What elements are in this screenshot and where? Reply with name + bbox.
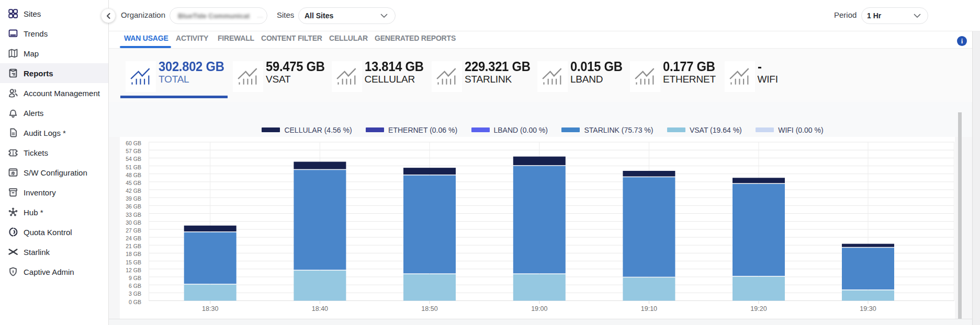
- svg-text:30 GB: 30 GB: [126, 219, 141, 226]
- svg-text:24 GB: 24 GB: [126, 235, 141, 241]
- svg-text:9 GB: 9 GB: [129, 275, 141, 281]
- svg-text:27 GB: 27 GB: [126, 227, 141, 234]
- svg-text:45 GB: 45 GB: [126, 180, 141, 186]
- svg-text:3 GB: 3 GB: [129, 291, 141, 297]
- svg-text:19:10: 19:10: [641, 305, 657, 312]
- svg-text:18:30: 18:30: [202, 305, 218, 312]
- svg-text:19:30: 19:30: [860, 305, 876, 312]
- svg-text:57 GB: 57 GB: [126, 148, 141, 154]
- svg-text:42 GB: 42 GB: [126, 188, 141, 194]
- svg-text:0 GB: 0 GB: [129, 299, 141, 305]
- svg-text:19:20: 19:20: [750, 305, 767, 312]
- svg-text:12 GB: 12 GB: [126, 267, 141, 273]
- svg-text:18 GB: 18 GB: [126, 251, 141, 257]
- svg-text:51 GB: 51 GB: [126, 164, 141, 170]
- svg-text:21 GB: 21 GB: [126, 243, 141, 249]
- svg-text:60 GB: 60 GB: [126, 140, 141, 146]
- svg-text:6 GB: 6 GB: [129, 283, 141, 289]
- svg-text:15 GB: 15 GB: [126, 259, 141, 265]
- svg-text:54 GB: 54 GB: [126, 156, 141, 162]
- svg-text:36 GB: 36 GB: [126, 203, 141, 210]
- svg-text:19:00: 19:00: [531, 305, 547, 312]
- svg-text:18:50: 18:50: [421, 305, 437, 312]
- svg-text:18:40: 18:40: [312, 305, 328, 312]
- svg-text:33 GB: 33 GB: [126, 212, 141, 218]
- svg-text:48 GB: 48 GB: [126, 172, 141, 178]
- svg-text:39 GB: 39 GB: [126, 195, 141, 202]
